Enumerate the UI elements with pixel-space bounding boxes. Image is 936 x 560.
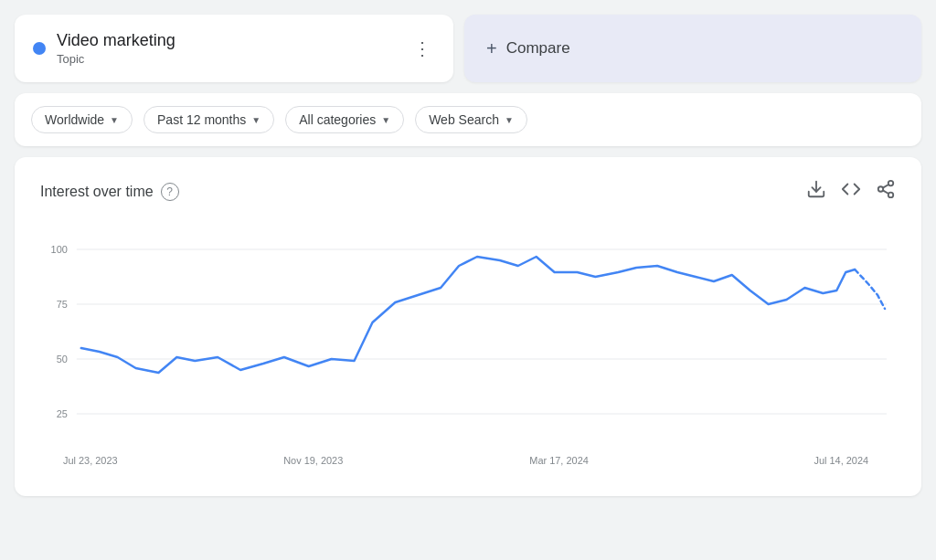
svg-line-4	[883, 190, 888, 194]
svg-line-5	[883, 185, 888, 188]
filter-period-label: Past 12 months	[157, 112, 246, 127]
trend-line-solid	[81, 257, 855, 373]
download-icon[interactable]	[806, 179, 826, 204]
chevron-down-icon: ▼	[381, 115, 390, 125]
topic-menu-icon[interactable]: ⋮	[410, 34, 435, 63]
x-label-mar24: Mar 17, 2024	[529, 455, 589, 466]
topic-left: Video marketing Topic	[33, 31, 176, 66]
y-label-100: 100	[51, 244, 68, 255]
topic-name: Video marketing	[57, 31, 176, 50]
chart-area: 100 75 50 25 Jul 23, 2023 Nov 19, 2023 M…	[40, 222, 896, 478]
filter-period[interactable]: Past 12 months ▼	[144, 106, 274, 133]
filter-category-label: All categories	[299, 112, 376, 127]
filters-bar: Worldwide ▼ Past 12 months ▼ All categor…	[15, 93, 921, 146]
compare-card[interactable]: + Compare	[464, 15, 921, 82]
y-label-50: 50	[57, 354, 68, 365]
x-label-jul23: Jul 23, 2023	[63, 455, 118, 466]
filter-search-type[interactable]: Web Search ▼	[415, 106, 527, 133]
interest-chart: 100 75 50 25 Jul 23, 2023 Nov 19, 2023 M…	[40, 222, 896, 478]
chart-card: Interest over time ?	[15, 157, 921, 496]
chart-title: Interest over time	[40, 184, 154, 200]
chart-actions	[806, 179, 896, 204]
chart-header: Interest over time ?	[40, 179, 896, 204]
chevron-down-icon: ▼	[110, 115, 119, 125]
compare-plus-icon: +	[486, 38, 497, 59]
chevron-down-icon: ▼	[251, 115, 261, 125]
topic-text: Video marketing Topic	[57, 31, 176, 66]
topic-card: Video marketing Topic ⋮	[15, 15, 453, 82]
compare-label: Compare	[506, 39, 570, 58]
y-label-75: 75	[57, 299, 68, 310]
topic-dot	[33, 42, 46, 55]
top-section: Video marketing Topic ⋮ + Compare	[15, 15, 921, 82]
topic-subtitle: Topic	[57, 52, 176, 66]
y-label-25: 25	[57, 408, 68, 419]
chevron-down-icon: ▼	[505, 115, 514, 125]
chart-title-row: Interest over time ?	[40, 183, 179, 201]
x-label-jul24: Jul 14, 2024	[814, 455, 868, 466]
share-icon[interactable]	[876, 179, 896, 204]
embed-icon[interactable]	[841, 179, 861, 204]
trend-line-dotted	[855, 269, 885, 309]
filter-category[interactable]: All categories ▼	[285, 106, 404, 133]
help-icon[interactable]: ?	[161, 183, 179, 201]
filter-region[interactable]: Worldwide ▼	[31, 106, 133, 133]
filter-search-type-label: Web Search	[429, 112, 499, 127]
filter-region-label: Worldwide	[45, 112, 104, 127]
x-label-nov23: Nov 19, 2023	[283, 455, 343, 466]
